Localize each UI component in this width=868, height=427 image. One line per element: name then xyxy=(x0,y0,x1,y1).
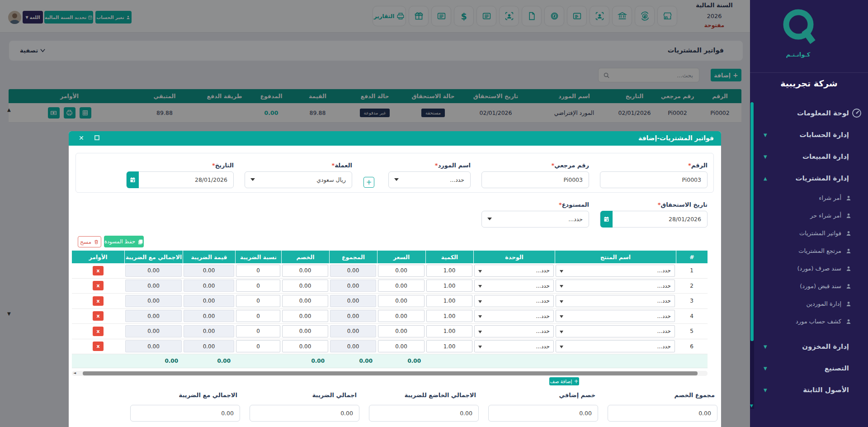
supplier-select[interactable]: حدد...+ xyxy=(388,171,471,188)
coin-button[interactable] xyxy=(544,6,564,26)
file-button[interactable] xyxy=(522,6,542,26)
select-fiscal-year-button[interactable]: تحديد السنة المالية xyxy=(44,11,93,24)
product-select[interactable]: حدد... xyxy=(556,265,675,277)
price-input[interactable]: 0.00 xyxy=(378,325,425,337)
scrollbar-thumb[interactable] xyxy=(750,102,754,341)
column-header[interactable]: حالة الدفع xyxy=(339,89,410,103)
tax-rate-input[interactable]: 0 xyxy=(236,265,280,277)
save-draft-button[interactable]: حفظ المسودة xyxy=(104,236,144,247)
sidebar-subitem[interactable]: إدارة الموردين xyxy=(750,295,868,313)
change-account-button[interactable]: تغير الحساب xyxy=(95,11,132,24)
discount-input[interactable]: 0.00 xyxy=(282,295,328,307)
sidebar-scrollbar[interactable]: ▼ xyxy=(750,102,754,409)
qty-input[interactable]: 1.00 xyxy=(426,280,472,292)
price-input[interactable]: 0.00 xyxy=(378,310,425,322)
sidebar-subitem[interactable]: سند قبض (مورد) xyxy=(750,277,868,295)
summary-input[interactable]: 0.00 xyxy=(608,405,717,422)
language-button[interactable]: اللغة ▼ xyxy=(23,11,43,24)
avatar[interactable] xyxy=(8,11,21,24)
due-date-input[interactable]: 28/01/2026 xyxy=(600,211,708,228)
qty-input[interactable]: 1.00 xyxy=(426,310,472,322)
scrollbar-thumb[interactable] xyxy=(83,371,698,375)
discount-input[interactable]: 0.00 xyxy=(282,325,328,337)
sidebar-subitem[interactable]: كشف حساب مورد xyxy=(750,313,868,330)
column-header[interactable]: القيمة xyxy=(296,89,339,103)
horizontal-scrollbar[interactable]: ◄ xyxy=(72,371,708,376)
maximize-icon[interactable] xyxy=(94,135,99,140)
sidebar-item[interactable]: إدارة الحسابات▼ xyxy=(750,124,868,146)
close-icon[interactable]: ✕ xyxy=(79,134,84,142)
product-select[interactable]: حدد... xyxy=(556,340,675,352)
summary-input[interactable]: 0.00 xyxy=(130,405,240,422)
column-header[interactable]: رقم مرجعي xyxy=(656,89,698,103)
product-select[interactable]: حدد... xyxy=(556,310,675,322)
filter-toggle[interactable]: تصفية xyxy=(20,47,45,54)
discount-input[interactable]: 0.00 xyxy=(282,280,328,292)
price-input[interactable]: 0.00 xyxy=(378,340,425,352)
table-row[interactable]: Pi0002Pi000202/01/2026المورد الإفتراضي02… xyxy=(9,103,741,123)
money-bill-button[interactable] xyxy=(48,107,60,119)
unit-select[interactable]: حدد... xyxy=(474,280,554,292)
column-header[interactable]: تاريخ الاستحقاق xyxy=(456,89,536,103)
tax-rate-input[interactable]: 0 xyxy=(236,325,280,337)
person-frame-button[interactable] xyxy=(499,6,519,26)
person-frame-button[interactable] xyxy=(590,6,609,26)
id-card-button[interactable] xyxy=(567,6,587,26)
price-input[interactable]: 0.00 xyxy=(378,295,425,307)
unit-select[interactable]: حدد... xyxy=(474,310,554,322)
date-input[interactable]: 28/01/2026 xyxy=(126,171,234,188)
bank-button[interactable] xyxy=(612,6,632,26)
sidebar-subitem[interactable]: أمر شراء حر xyxy=(750,207,868,224)
reports-button[interactable]: التقارير xyxy=(373,6,406,26)
delete-row-button[interactable]: x xyxy=(93,311,104,321)
column-header[interactable]: المتبقي xyxy=(127,89,203,103)
clear-button[interactable]: مسح xyxy=(78,236,101,247)
sidebar-subitem[interactable]: مرتجع المشتريات xyxy=(750,242,868,260)
calendar-icon[interactable] xyxy=(600,211,613,228)
tax-rate-input[interactable]: 0 xyxy=(236,310,280,322)
sidebar-item[interactable]: الأصول الثابتة▼ xyxy=(750,379,868,401)
unit-select[interactable]: حدد... xyxy=(474,295,554,307)
summary-input[interactable]: 0.00 xyxy=(488,405,598,422)
search-input[interactable]: بحث... xyxy=(598,68,699,82)
price-input[interactable]: 0.00 xyxy=(378,265,425,277)
column-header[interactable]: المدفوع xyxy=(246,89,296,103)
list-card-button[interactable] xyxy=(476,6,496,26)
scroll-up-icon[interactable]: ▲ xyxy=(7,107,11,112)
column-header[interactable]: التاريخ xyxy=(613,89,656,103)
qty-input[interactable]: 1.00 xyxy=(426,340,472,352)
delete-row-button[interactable]: x xyxy=(93,342,104,351)
discount-input[interactable]: 0.00 xyxy=(282,340,328,352)
qty-input[interactable]: 1.00 xyxy=(426,295,472,307)
sidebar-item[interactable]: لوحة المعلومات xyxy=(750,102,868,124)
store-button[interactable] xyxy=(657,6,677,26)
delete-row-button[interactable]: x xyxy=(93,266,104,275)
product-select[interactable]: حدد... xyxy=(556,295,675,307)
scroll-down-icon[interactable]: ▼ xyxy=(750,403,753,408)
qty-input[interactable]: 1.00 xyxy=(426,325,472,337)
scroll-left-icon[interactable]: ◄ xyxy=(73,371,76,375)
scroll-down-icon[interactable]: ▼ xyxy=(7,311,11,316)
delete-row-button[interactable]: x xyxy=(93,327,104,336)
sidebar-subitem[interactable]: سند صرف (مورد) xyxy=(750,260,868,277)
money-transfer-button[interactable] xyxy=(635,6,655,26)
summary-input[interactable]: 0.00 xyxy=(369,405,479,422)
unit-select[interactable]: حدد... xyxy=(474,340,554,352)
column-header[interactable]: طريقة الدفع xyxy=(203,89,246,103)
warehouse-select[interactable]: حدد... xyxy=(481,211,589,228)
product-select[interactable]: حدد... xyxy=(556,280,675,292)
sidebar-subitem[interactable]: فواتير المشتريات xyxy=(750,224,868,242)
qty-input[interactable]: 1.00 xyxy=(426,265,472,277)
summary-input[interactable]: 0.00 xyxy=(250,405,359,422)
print-button[interactable] xyxy=(64,107,75,119)
currency-select[interactable]: ريال سعودي xyxy=(245,171,352,188)
add-row-button[interactable]: + إضافة صف xyxy=(549,377,579,385)
tax-rate-input[interactable]: 0 xyxy=(236,295,280,307)
sidebar-subitem[interactable]: أمر شراء xyxy=(750,189,868,207)
column-header[interactable]: حالة الاستحقاق xyxy=(410,89,456,103)
sidebar-item[interactable]: إدارة المخزون▼ xyxy=(750,336,868,357)
grid-button[interactable] xyxy=(80,107,91,119)
unit-select[interactable]: حدد... xyxy=(474,325,554,337)
unit-select[interactable]: حدد... xyxy=(474,265,554,277)
delete-row-button[interactable]: x xyxy=(93,296,104,306)
